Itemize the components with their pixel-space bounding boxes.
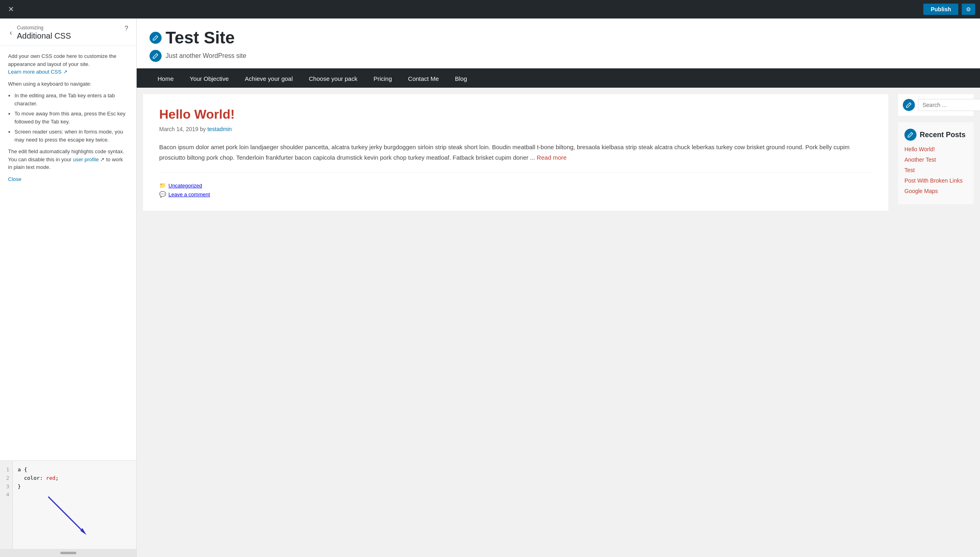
back-button[interactable]: ‹ — [8, 29, 14, 37]
recent-post-item-3: Test — [904, 166, 967, 174]
top-bar: ✕ Publish ⚙ — [0, 0, 980, 18]
site-tagline: Just another WordPress site — [166, 52, 246, 60]
recent-posts-edit-icon[interactable] — [904, 129, 916, 141]
code-line-2: color: red; — [18, 474, 131, 483]
keyboard-tip-2: To move away from this area, press the E… — [14, 110, 128, 125]
preview-area[interactable]: Test Site Just another WordPress site Ho… — [137, 18, 980, 557]
keyboard-tip-3: Screen reader users: when in forms mode,… — [14, 128, 128, 144]
nav-item-contact-me[interactable]: Contact Me — [400, 70, 447, 88]
recent-post-item-1: Hello World! — [904, 146, 967, 153]
sidebar-scrollbar-thumb — [60, 552, 76, 554]
sidebar-title-group: Customizing Additional CSS — [17, 25, 71, 41]
site-tagline-row: Just another WordPress site — [150, 50, 967, 62]
sidebar-scrollbar-track — [0, 549, 136, 557]
comment-icon: 💬 — [159, 191, 166, 197]
keyboard-tips-list: In the editing area, the Tab key enters … — [14, 92, 128, 144]
close-link[interactable]: Close — [8, 175, 128, 183]
external-icon-small: ↗ — [99, 156, 105, 162]
sidebar: ‹ Customizing Additional CSS ? Add your … — [0, 18, 137, 557]
auto-highlight-info: The edit field automatically highlights … — [8, 148, 128, 171]
post-footer: 📁 Uncategorized 💬 Leave a comment — [159, 182, 872, 197]
learn-more-link[interactable]: Learn more about CSS ↗ — [8, 69, 68, 75]
nav-item-pricing[interactable]: Pricing — [365, 70, 400, 88]
post-excerpt: Bacon ipsum dolor amet pork loin landjae… — [159, 142, 872, 162]
widget-title-row: Recent Posts — [904, 129, 967, 141]
publish-button[interactable]: Publish — [923, 4, 958, 15]
code-content[interactable]: a { color: red; } — [13, 461, 136, 549]
site-nav: Home Your Objective Achieve your goal Ch… — [137, 70, 980, 88]
site-header: Test Site Just another WordPress site — [137, 18, 980, 70]
search-widget-edit-icon[interactable] — [903, 99, 915, 111]
code-line-4 — [18, 491, 131, 499]
recent-post-link-4[interactable]: Post With Broken Links — [904, 177, 963, 184]
post-author-link[interactable]: testadmin — [207, 126, 232, 132]
keyboard-tip-1: In the editing area, the Tab key enters … — [14, 92, 128, 107]
recent-post-link-5[interactable]: Google Maps — [904, 188, 938, 194]
sidebar-info: Add your own CSS code here to customize … — [0, 46, 136, 460]
site-title-row: Test Site — [150, 28, 967, 47]
recent-post-link-2[interactable]: Another Test — [904, 156, 936, 163]
post-title: Hello World! — [159, 107, 872, 122]
nav-item-choose-your-pack[interactable]: Choose your pack — [301, 70, 365, 88]
settings-button[interactable]: ⚙ — [962, 4, 975, 15]
recent-posts-title: Recent Posts — [920, 131, 966, 139]
post-category-link[interactable]: Uncategorized — [168, 183, 202, 189]
post-category-item: 📁 Uncategorized — [159, 182, 872, 189]
site-title: Test Site — [166, 28, 235, 47]
site-tagline-edit-icon[interactable] — [150, 50, 162, 62]
read-more-link[interactable]: Read more — [537, 154, 566, 161]
code-line-3: } — [18, 483, 131, 491]
recent-post-item-2: Another Test — [904, 156, 967, 163]
close-button[interactable]: ✕ — [5, 3, 17, 15]
widget-area: Recent Posts Hello World! Another Test T… — [892, 88, 980, 217]
recent-post-link-3[interactable]: Test — [904, 167, 915, 173]
user-profile-link[interactable]: user profile — [73, 156, 98, 162]
sidebar-header-left: ‹ Customizing Additional CSS — [8, 25, 71, 41]
keyboard-heading: When using a keyboard to navigate: — [8, 80, 128, 88]
line-numbers: 1 2 3 4 — [0, 461, 13, 549]
nav-item-blog[interactable]: Blog — [447, 70, 475, 88]
recent-post-link-1[interactable]: Hello World! — [904, 146, 935, 152]
recent-posts-list: Hello World! Another Test Test Post With… — [904, 146, 967, 195]
folder-icon: 📁 — [159, 182, 166, 189]
external-link-icon: ↗ — [63, 69, 68, 75]
recent-posts-widget: Recent Posts Hello World! Another Test T… — [898, 122, 974, 204]
info-paragraph-1: Add your own CSS code here to customize … — [8, 52, 128, 76]
sidebar-header: ‹ Customizing Additional CSS ? — [0, 18, 136, 46]
site-title-edit-icon[interactable] — [150, 32, 162, 44]
search-widget — [898, 94, 974, 116]
code-editor-inner: 1 2 3 4 a { color: red; } — [0, 461, 136, 549]
code-value-red: red — [46, 475, 55, 481]
main-content: Hello World! March 14, 2019 by testadmin… — [143, 94, 888, 211]
post-comment-item: 💬 Leave a comment — [159, 191, 872, 197]
customizing-label: Customizing — [17, 25, 71, 31]
recent-post-item-4: Post With Broken Links — [904, 177, 967, 184]
help-button[interactable]: ? — [125, 25, 128, 32]
nav-item-home[interactable]: Home — [150, 70, 182, 88]
recent-post-item-5: Google Maps — [904, 187, 967, 195]
content-area: Hello World! March 14, 2019 by testadmin… — [137, 88, 980, 217]
nav-item-achieve-your-goal[interactable]: Achieve your goal — [237, 70, 301, 88]
section-title: Additional CSS — [17, 31, 71, 41]
main-layout: ‹ Customizing Additional CSS ? Add your … — [0, 18, 980, 557]
code-editor[interactable]: 1 2 3 4 a { color: red; } — [0, 460, 136, 549]
nav-item-your-objective[interactable]: Your Objective — [182, 70, 237, 88]
search-input[interactable] — [918, 99, 980, 111]
post-meta: March 14, 2019 by testadmin — [159, 126, 872, 132]
post-comment-link[interactable]: Leave a comment — [168, 191, 210, 197]
code-line-1: a { — [18, 466, 131, 474]
post-separator — [159, 172, 872, 173]
